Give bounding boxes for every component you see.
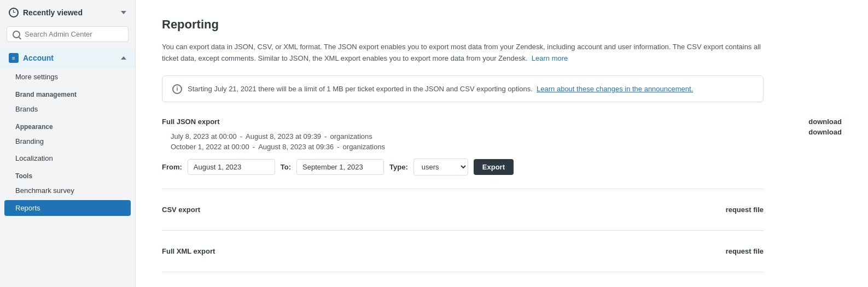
export-button[interactable]: Export [474, 159, 514, 175]
csv-request-file-link[interactable]: request file [726, 206, 764, 214]
export-row-2-to: August 8, 2023 at 09:36 [258, 143, 334, 151]
recently-viewed-label-wrapper: Recently viewed [9, 8, 83, 17]
info-banner: i Starting July 21, 2021 there will be a… [162, 75, 764, 103]
to-label: To: [281, 163, 291, 171]
recently-viewed-header[interactable]: Recently viewed [0, 0, 135, 23]
divider-3 [162, 272, 764, 272]
sidebar-group-brand-management: Brand management [0, 85, 135, 101]
page-title: Reporting [162, 17, 842, 32]
download-link-1[interactable]: download [798, 118, 842, 126]
user-xml-export-section: User XML export request file [162, 281, 764, 287]
search-input[interactable] [25, 30, 123, 38]
from-label: From: [162, 163, 182, 171]
sidebar-group-tools: Tools [0, 167, 135, 182]
description-text: You can export data in JSON, CSV, or XML… [162, 42, 764, 65]
chevron-down-icon [121, 11, 126, 14]
export-row-1-to: August 8, 2023 at 09:39 [246, 132, 321, 140]
xml-request-file-link[interactable]: request file [726, 247, 764, 255]
divider-1 [162, 189, 764, 189]
export-row-2-type: organizations [343, 143, 385, 151]
csv-export-section: CSV export request file [162, 198, 764, 221]
download-link-2[interactable]: download [798, 128, 842, 136]
sidebar: Recently viewed Account More settings Br… [0, 0, 136, 287]
type-select[interactable]: users tickets organizations [413, 159, 468, 175]
export-row-1-type: organizations [330, 132, 372, 140]
sidebar-item-reports[interactable]: Reports [4, 200, 131, 216]
chevron-up-icon [121, 56, 126, 60]
divider-2 [162, 230, 764, 231]
to-input[interactable] [296, 159, 384, 175]
full-xml-export-label: Full XML export [162, 247, 726, 255]
search-input-wrapper[interactable] [7, 26, 129, 42]
full-xml-export-section: Full XML export request file [162, 239, 764, 263]
full-json-export-section: Full JSON export July 8, 2023 at 00:00 -… [162, 118, 842, 175]
from-to-bar: From: To: Type: users tickets organizati… [162, 159, 514, 175]
search-container [0, 23, 135, 48]
downloads-column: download download [798, 118, 842, 136]
export-row-1: July 8, 2023 at 00:00 - August 8, 2023 a… [171, 132, 514, 140]
export-row-2: October 1, 2022 at 00:00 - August 8, 202… [171, 143, 514, 151]
announcement-link[interactable]: Learn about these changes in the announc… [537, 85, 693, 93]
sidebar-item-localization[interactable]: Localization [0, 150, 135, 167]
sidebar-item-benchmark-survey[interactable]: Benchmark survey [0, 182, 135, 199]
account-label: Account [23, 54, 54, 62]
learn-more-link[interactable]: Learn more [532, 54, 568, 62]
info-banner-text: Starting July 21, 2021 there will be a l… [188, 84, 693, 95]
account-icon [9, 53, 19, 63]
sidebar-item-more-settings[interactable]: More settings [0, 68, 135, 85]
sidebar-item-brands[interactable]: Brands [0, 101, 135, 118]
account-section-header[interactable]: Account [0, 48, 135, 68]
csv-export-label: CSV export [162, 206, 726, 214]
full-json-export-label: Full JSON export [162, 118, 514, 126]
search-icon [13, 31, 20, 38]
export-row-2-from: October 1, 2022 at 00:00 [171, 143, 249, 151]
sidebar-item-branding[interactable]: Branding [0, 133, 135, 150]
account-section-label-wrapper: Account [9, 53, 54, 63]
sidebar-group-appearance: Appearance [0, 118, 135, 133]
main-content: Reporting You can export data in JSON, C… [136, 0, 868, 287]
full-json-header-row: Full JSON export July 8, 2023 at 00:00 -… [162, 118, 842, 175]
info-icon: i [172, 84, 182, 94]
export-rows: July 8, 2023 at 00:00 - August 8, 2023 a… [171, 132, 514, 151]
type-label: Type: [389, 163, 408, 171]
clock-icon [9, 8, 19, 17]
recently-viewed-label: Recently viewed [23, 8, 83, 17]
export-row-1-from: July 8, 2023 at 00:00 [171, 132, 237, 140]
from-input[interactable] [188, 159, 275, 175]
full-json-export-content: Full JSON export July 8, 2023 at 00:00 -… [162, 118, 514, 175]
